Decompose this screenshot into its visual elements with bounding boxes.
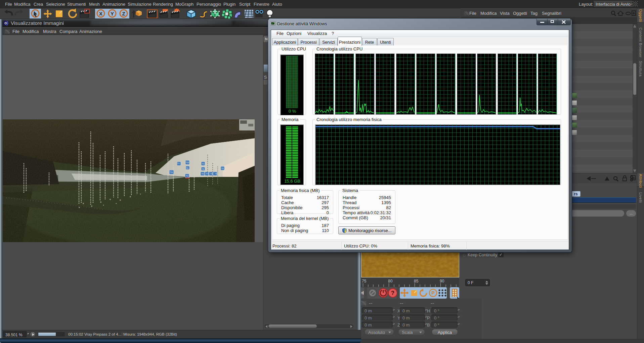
svg-text:?: ? [391, 290, 394, 296]
svg-text:X: X [99, 11, 102, 16]
svg-text:Z: Z [122, 11, 125, 16]
svg-text:P: P [431, 290, 434, 296]
svg-text:Y: Y [111, 11, 114, 16]
